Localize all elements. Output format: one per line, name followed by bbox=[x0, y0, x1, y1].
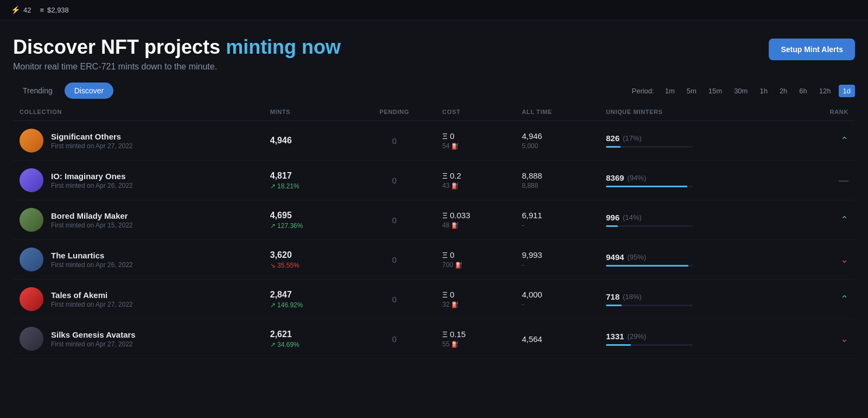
period-selector: Period: 1m 5m 15m 30m 1h 2h 6h 12h 1d bbox=[632, 85, 856, 97]
table-row[interactable]: The Lunartics First minted on Apr 26, 20… bbox=[13, 240, 855, 280]
collection-name: The Lunartics bbox=[51, 251, 133, 260]
progress-bar bbox=[606, 305, 693, 306]
col-rank: RANK bbox=[793, 103, 855, 121]
eth-icon: ≡ bbox=[40, 6, 44, 14]
alltime-minted: 4,000 bbox=[522, 290, 593, 299]
cost-cell: Ξ 0 32 ⛽ bbox=[436, 280, 515, 319]
page-subtitle: Monitor real time ERC-721 mints down to … bbox=[13, 62, 341, 72]
table-row[interactable]: Tales of Akemi First minted on Apr 27, 2… bbox=[13, 280, 855, 319]
table-header: COLLECTION MINTS PENDING COST ALL TIME U… bbox=[13, 103, 855, 121]
tab-trending[interactable]: Trending bbox=[13, 83, 62, 99]
avatar bbox=[20, 327, 43, 351]
mints-count: 2,847 bbox=[270, 290, 347, 300]
mints-cell: 4,695 ↗ 127.36% bbox=[264, 200, 353, 240]
collection-date: First minted on Apr 27, 2022 bbox=[51, 340, 136, 348]
period-label: Period: bbox=[632, 87, 654, 95]
mints-count: 3,620 bbox=[270, 250, 347, 260]
page-title: Discover NFT projects minting now bbox=[13, 35, 341, 59]
unique-minters-cell: 996 (14%) bbox=[599, 200, 793, 240]
cost-cell: Ξ 0.15 55 ⛽ bbox=[436, 319, 515, 359]
collection-name: IO: Imaginary Ones bbox=[51, 172, 133, 181]
avatar bbox=[20, 168, 43, 192]
rank-cell: ⌃ bbox=[793, 200, 855, 240]
collection-name: Tales of Akemi bbox=[51, 290, 133, 300]
rank-cell: ⌄ bbox=[793, 240, 855, 280]
mints-count: 4,946 bbox=[270, 136, 347, 145]
minters-count: 9494 bbox=[606, 252, 624, 262]
mints-change: ↗ 146.92% bbox=[270, 301, 347, 309]
table-row[interactable]: Significant Others First minted on Apr 2… bbox=[13, 121, 855, 161]
collection-info: Tales of Akemi First minted on Apr 27, 2… bbox=[51, 290, 133, 308]
tab-discover[interactable]: Discover bbox=[65, 83, 113, 99]
gas-icon: ⛽ bbox=[451, 341, 459, 347]
period-6h[interactable]: 6h bbox=[795, 85, 811, 97]
pending-cell: 0 bbox=[353, 280, 436, 319]
table-row[interactable]: Bored Milady Maker First minted on Apr 1… bbox=[13, 200, 855, 240]
collection-name: Silks Genesis Avatars bbox=[51, 330, 136, 339]
collection-cell: IO: Imaginary Ones First minted on Apr 2… bbox=[13, 161, 264, 200]
col-cost: COST bbox=[436, 103, 515, 121]
collection-date: First minted on Apr 15, 2022 bbox=[51, 221, 133, 229]
collection-date: First minted on Apr 26, 2022 bbox=[51, 182, 133, 189]
mints-cell: 2,621 ↗ 34.69% bbox=[264, 319, 353, 359]
gas-icon: ⛽ bbox=[451, 301, 459, 308]
avatar bbox=[20, 287, 43, 311]
header-left: Discover NFT projects minting now Monito… bbox=[13, 35, 341, 72]
energy-value: 42 bbox=[23, 6, 31, 14]
rank-arrow-down: ⌄ bbox=[840, 254, 848, 265]
minters-count: 8369 bbox=[606, 173, 624, 182]
pending-cell: 0 bbox=[353, 319, 436, 359]
minters-count: 718 bbox=[606, 292, 620, 301]
gas-icon: ⛽ bbox=[455, 262, 463, 268]
mints-change: ↘ 35.55% bbox=[270, 262, 347, 269]
col-pending: PENDING bbox=[353, 103, 436, 121]
cost-eth: Ξ 0.033 bbox=[442, 211, 509, 220]
gas-icon: ⛽ bbox=[451, 222, 459, 229]
period-15m[interactable]: 15m bbox=[704, 85, 726, 97]
progress-bar bbox=[606, 344, 693, 346]
mints-cell: 4,817 ↗ 18.21% bbox=[264, 161, 353, 200]
progress-fill bbox=[606, 146, 621, 148]
unique-minters-cell: 826 (17%) bbox=[599, 121, 793, 161]
minters-pct: (95%) bbox=[627, 253, 646, 261]
energy-stat: ⚡ 42 bbox=[11, 5, 31, 14]
progress-bar bbox=[606, 225, 693, 227]
avatar bbox=[20, 208, 43, 232]
progress-fill bbox=[606, 344, 631, 346]
alltime-minted: 4,564 bbox=[522, 334, 593, 344]
minters-pct: (94%) bbox=[627, 174, 646, 182]
table-row[interactable]: IO: Imaginary Ones First minted on Apr 2… bbox=[13, 161, 855, 200]
period-12h[interactable]: 12h bbox=[815, 85, 835, 97]
period-1h[interactable]: 1h bbox=[755, 85, 771, 97]
cost-eth: Ξ 0.2 bbox=[442, 171, 509, 180]
progress-fill bbox=[606, 225, 618, 227]
period-1m[interactable]: 1m bbox=[661, 85, 679, 97]
setup-mint-alerts-button[interactable]: Setup Mint Alerts bbox=[769, 39, 855, 60]
collection-name: Bored Milady Maker bbox=[51, 211, 133, 220]
minters-count: 996 bbox=[606, 213, 620, 222]
cost-cell: Ξ 0 700 ⛽ bbox=[436, 240, 515, 280]
pending-cell: 0 bbox=[353, 121, 436, 161]
period-1d[interactable]: 1d bbox=[839, 85, 855, 97]
collection-cell: Bored Milady Maker First minted on Apr 1… bbox=[13, 200, 264, 240]
cost-cell: Ξ 0 54 ⛽ bbox=[436, 121, 515, 161]
table-row[interactable]: Silks Genesis Avatars First minted on Ap… bbox=[13, 319, 855, 359]
collection-cell: Silks Genesis Avatars First minted on Ap… bbox=[13, 319, 264, 359]
period-30m[interactable]: 30m bbox=[730, 85, 752, 97]
period-5m[interactable]: 5m bbox=[682, 85, 701, 97]
cost-gas: 55 ⛽ bbox=[442, 340, 509, 348]
collection-info: Bored Milady Maker First minted on Apr 1… bbox=[51, 211, 133, 229]
progress-fill bbox=[606, 265, 688, 267]
collection-info: IO: Imaginary Ones First minted on Apr 2… bbox=[51, 172, 133, 189]
pending-cell: 0 bbox=[353, 240, 436, 280]
header: Discover NFT projects minting now Monito… bbox=[0, 20, 868, 83]
cost-gas: 32 ⛽ bbox=[442, 301, 509, 308]
alltime-total: 8,888 bbox=[522, 182, 593, 189]
period-2h[interactable]: 2h bbox=[775, 85, 792, 97]
collections-table: COLLECTION MINTS PENDING COST ALL TIME U… bbox=[0, 103, 868, 359]
alltime-minted: 6,911 bbox=[522, 211, 593, 220]
collection-cell: Significant Others First minted on Apr 2… bbox=[13, 121, 264, 161]
col-alltime: ALL TIME bbox=[515, 103, 599, 121]
gas-icon: ⛽ bbox=[451, 182, 459, 189]
cost-gas: 54 ⛽ bbox=[442, 142, 509, 150]
